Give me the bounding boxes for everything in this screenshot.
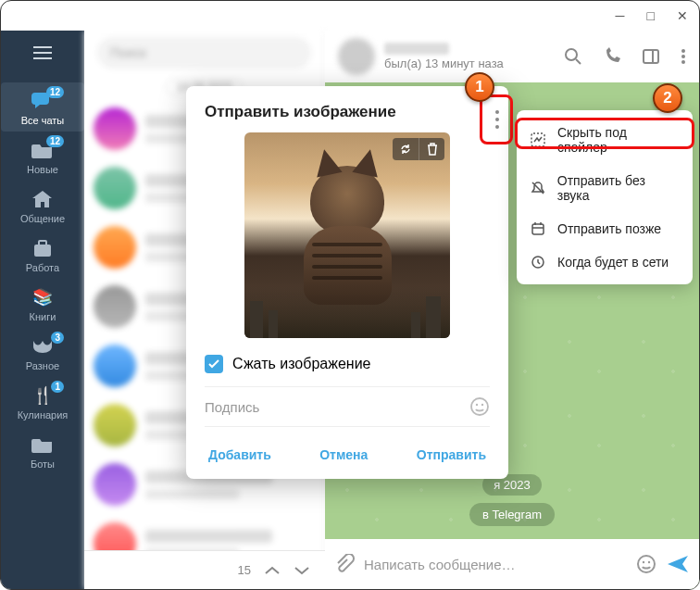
emoji-icon[interactable] — [469, 396, 490, 417]
send-image-dialog: Отправить изображение Сжать изображ — [186, 86, 508, 479]
compress-label: Сжать изображение — [232, 356, 371, 372]
highlight-box-1 — [480, 94, 513, 144]
close-button[interactable]: ✕ — [677, 8, 688, 23]
svg-point-11 — [476, 404, 478, 406]
badge: 12 — [46, 135, 64, 147]
menu-label: Отправить позже — [557, 221, 661, 236]
search-bar: Поиск — [84, 31, 324, 75]
menu-item-online[interactable]: Когда будет в сети — [517, 245, 693, 279]
svg-rect-3 — [644, 50, 658, 63]
svg-point-12 — [481, 404, 483, 406]
side-panel-icon[interactable] — [642, 47, 660, 66]
mute-icon — [530, 181, 546, 195]
sidebar: 12 Все чаты 12 Новые Общение Работа 📚 Кн… — [1, 31, 84, 589]
svg-point-2 — [566, 49, 577, 60]
sidebar-label: Новые — [27, 164, 58, 175]
chat-status: был(а) 13 минут наза — [384, 56, 555, 70]
menu-label: Отправить без звука — [557, 173, 680, 203]
compress-checkbox-row[interactable]: Сжать изображение — [205, 355, 490, 373]
sidebar-item-work[interactable]: Работа — [1, 230, 84, 279]
call-icon[interactable] — [603, 47, 621, 66]
edit-image-button[interactable] — [393, 138, 419, 160]
emoji-icon[interactable] — [636, 554, 656, 574]
folder-icon — [30, 433, 56, 456]
svg-point-4 — [681, 49, 685, 53]
sidebar-item-new[interactable]: 12 Новые — [1, 132, 84, 181]
avatar[interactable] — [338, 38, 375, 75]
badge: 1 — [51, 381, 64, 393]
cancel-button[interactable]: Отмена — [316, 442, 371, 468]
briefcase-icon — [30, 237, 56, 259]
sidebar-label: Работа — [26, 262, 59, 273]
clock-icon — [530, 255, 546, 270]
attach-icon[interactable] — [334, 554, 355, 574]
chat-header: был(а) 13 минут наза — [325, 31, 699, 82]
sidebar-label: Разное — [26, 360, 59, 371]
send-button[interactable]: Отправить — [413, 442, 490, 468]
svg-point-10 — [471, 398, 488, 415]
books-icon: 📚 — [30, 286, 56, 308]
menu-button[interactable] — [18, 36, 68, 69]
send-button[interactable] — [666, 554, 690, 574]
sidebar-label: Боты — [31, 458, 55, 470]
calendar-icon — [530, 221, 546, 236]
chevron-down-icon[interactable] — [294, 565, 310, 576]
sidebar-item-all-chats[interactable]: 12 Все чаты — [1, 82, 84, 132]
svg-rect-1 — [39, 241, 46, 245]
svg-point-8 — [643, 561, 644, 563]
window-controls: ─ □ ✕ — [1, 1, 699, 31]
sidebar-item-books[interactable]: 📚 Книги — [1, 279, 84, 328]
svg-point-5 — [681, 55, 685, 58]
dialog-title: Отправить изображение — [205, 103, 490, 121]
sidebar-item-cooking[interactable]: 🍴 1 Кулинария — [1, 377, 84, 426]
home-icon — [30, 188, 56, 210]
sidebar-label: Общение — [20, 213, 65, 224]
message-input[interactable]: Написать сообщение… — [364, 557, 627, 572]
svg-rect-14 — [532, 224, 544, 234]
minimize-button[interactable]: ─ — [616, 8, 625, 23]
search-input[interactable]: Поиск — [97, 37, 311, 69]
highlight-box-2 — [515, 118, 694, 149]
svg-point-7 — [638, 556, 655, 572]
sidebar-item-communications[interactable]: Общение — [1, 181, 84, 230]
sidebar-label: Книги — [30, 311, 56, 322]
checkbox-icon — [205, 355, 223, 373]
callout-2: 2 — [653, 83, 682, 113]
sidebar-label: Кулинария — [18, 409, 69, 421]
callout-1: 1 — [465, 72, 494, 102]
menu-item-schedule[interactable]: Отправить позже — [517, 212, 693, 245]
caption-input[interactable]: Подпись — [205, 399, 469, 415]
search-icon[interactable] — [564, 47, 582, 66]
chat-list-footer: 15 — [84, 550, 325, 589]
image-preview[interactable] — [244, 132, 450, 338]
delete-image-button[interactable] — [419, 138, 444, 160]
menu-label: Когда будет в сети — [557, 255, 669, 270]
menu-item-silent[interactable]: Отправить без звука — [517, 164, 693, 212]
service-message: в Telegram — [469, 503, 555, 526]
svg-point-6 — [681, 60, 685, 64]
chevron-up-icon[interactable] — [264, 565, 281, 576]
badge: 12 — [46, 86, 64, 98]
sidebar-label: Все чаты — [21, 115, 65, 126]
compose-bar: Написать сообщение… — [325, 539, 699, 589]
svg-point-9 — [648, 561, 650, 563]
chat-name — [384, 43, 449, 55]
more-icon[interactable] — [681, 47, 686, 66]
sidebar-item-bots[interactable]: Боты — [1, 426, 84, 475]
badge: 3 — [51, 332, 64, 344]
sidebar-item-misc[interactable]: 3 Разное — [1, 328, 84, 377]
maximize-button[interactable]: □ — [647, 8, 655, 23]
add-button[interactable]: Добавить — [205, 442, 275, 468]
chat-count: 15 — [238, 563, 251, 577]
